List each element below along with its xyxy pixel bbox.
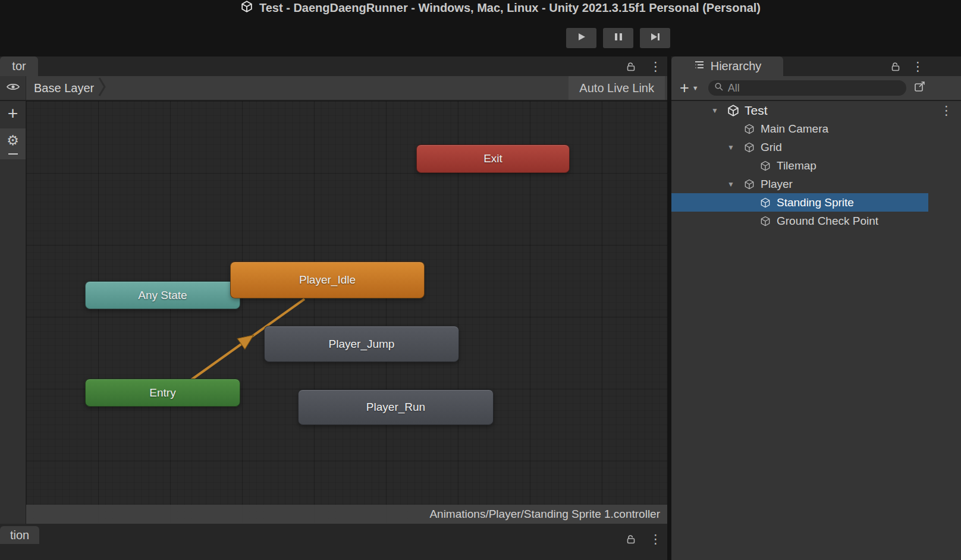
tree-row-player[interactable]: ▼ Player: [671, 175, 961, 193]
state-node-exit[interactable]: Exit: [416, 144, 570, 173]
bottom-panel-tabstrip: tion ⋮: [0, 524, 667, 560]
hierarchy-panel: Hierarchy ⋮ + ▼ ▼: [671, 56, 961, 560]
controller-path-text: Animations/Player/Standing Sprite 1.cont…: [429, 508, 660, 521]
settings-tool-block: ⚙: [0, 128, 26, 159]
breadcrumb-base-layer[interactable]: Base Layer: [34, 81, 94, 95]
step-forward-icon: [650, 32, 661, 44]
tab-animator-label: tor: [12, 59, 26, 73]
visibility-toggle[interactable]: [0, 76, 26, 100]
play-icon: [577, 32, 586, 44]
play-button[interactable]: [566, 28, 596, 48]
animator-panel: tor ⋮ Base Layer Auto Live Link + ⚙: [0, 56, 667, 560]
tree-row-label: Grid: [761, 141, 782, 154]
kebab-menu-icon[interactable]: ⋮: [649, 533, 662, 545]
add-layer-button[interactable]: +: [0, 101, 26, 126]
hierarchy-tree: ▼ Test ⋮ Main Camera ▼ Grid: [671, 101, 961, 560]
tab-animation[interactable]: tion: [0, 526, 39, 544]
tree-row-label: Main Camera: [761, 122, 828, 136]
window-title-text: Test - DaengDaengRunner - Windows, Mac, …: [259, 1, 761, 15]
tree-row-label: Tilemap: [777, 159, 816, 172]
controller-path-statusbar: Animations/Player/Standing Sprite 1.cont…: [26, 505, 667, 524]
tree-row-label: Standing Sprite: [777, 196, 854, 209]
animator-graph-canvas[interactable]: Any State Exit Player_Idle Player_Jump E…: [26, 101, 667, 524]
minus-icon: [8, 153, 18, 155]
kebab-menu-icon[interactable]: ⋮: [649, 60, 662, 73]
window-title: Test - DaengDaengRunner - Windows, Mac, …: [240, 0, 761, 15]
pause-icon: [614, 32, 623, 44]
search-input[interactable]: [728, 82, 900, 95]
gear-icon[interactable]: ⚙: [0, 134, 26, 147]
tree-row-tilemap[interactable]: Tilemap: [671, 156, 961, 175]
unity-logo-icon: [240, 0, 253, 15]
gameobject-cube-icon: [759, 196, 772, 209]
tree-row-label: Ground Check Point: [777, 215, 878, 228]
gameobject-cube-icon: [743, 141, 756, 154]
transition-arrow[interactable]: [26, 101, 667, 524]
state-node-player-idle[interactable]: Player_Idle: [230, 262, 425, 298]
hierarchy-tabstrip: Hierarchy ⋮: [671, 56, 961, 76]
lock-icon[interactable]: [626, 534, 636, 547]
state-node-any-state[interactable]: Any State: [85, 281, 240, 309]
pause-button[interactable]: [603, 28, 633, 48]
animator-side-rail: + ⚙: [0, 101, 26, 560]
kebab-menu-icon[interactable]: ⋮: [940, 104, 953, 117]
tree-row-ground-check-point[interactable]: Ground Check Point: [671, 212, 961, 230]
hierarchy-search-box[interactable]: [708, 80, 906, 96]
plus-icon: +: [680, 80, 689, 96]
dropdown-caret-icon: ▼: [692, 84, 699, 92]
tree-row-standing-sprite[interactable]: Standing Sprite: [671, 193, 928, 212]
tree-row-label: Test: [745, 103, 768, 118]
auto-live-link-button[interactable]: Auto Live Link: [569, 76, 665, 100]
foldout-arrow-icon[interactable]: ▼: [727, 180, 743, 188]
hierarchy-list-icon: [693, 59, 705, 74]
unity-scene-icon: [727, 104, 740, 117]
gameobject-cube-icon: [743, 122, 756, 136]
tab-animation-label: tion: [10, 528, 29, 542]
lock-icon[interactable]: [626, 61, 636, 74]
foldout-arrow-icon[interactable]: ▼: [727, 143, 743, 152]
kebab-menu-icon[interactable]: ⋮: [912, 60, 924, 73]
tab-hierarchy[interactable]: Hierarchy: [671, 56, 783, 76]
plus-icon: +: [8, 105, 18, 122]
state-node-entry[interactable]: Entry: [85, 379, 240, 407]
play-controls: [566, 28, 670, 48]
create-object-button[interactable]: + ▼: [677, 80, 701, 96]
hierarchy-toolbar: + ▼: [671, 76, 961, 101]
breadcrumb-chevron-icon: [98, 75, 107, 101]
search-icon: [714, 82, 724, 94]
unity-editor-window: Test - DaengDaengRunner - Windows, Mac, …: [0, 0, 961, 560]
gameobject-cube-icon: [759, 215, 772, 228]
state-node-player-run[interactable]: Player_Run: [298, 389, 494, 425]
state-node-player-jump[interactable]: Player_Jump: [264, 326, 459, 362]
tree-row-main-camera[interactable]: Main Camera: [671, 119, 961, 138]
tab-hierarchy-label: Hierarchy: [711, 59, 762, 73]
title-toolbar-area: Test - DaengDaengRunner - Windows, Mac, …: [0, 0, 961, 56]
step-button[interactable]: [640, 28, 670, 48]
foldout-arrow-icon[interactable]: ▼: [711, 106, 727, 115]
gameobject-cube-icon: [743, 178, 756, 191]
tab-animator[interactable]: tor: [0, 56, 38, 76]
eye-icon: [6, 82, 20, 94]
tree-row-test[interactable]: ▼ Test ⋮: [671, 101, 961, 119]
tree-row-label: Player: [761, 178, 793, 191]
tree-row-grid[interactable]: ▼ Grid: [671, 138, 961, 156]
animator-tabstrip: tor ⋮: [0, 56, 667, 76]
expand-window-icon[interactable]: [913, 80, 927, 96]
animator-breadcrumb-bar: Base Layer Auto Live Link: [0, 76, 667, 101]
gameobject-cube-icon: [759, 159, 772, 172]
lock-icon[interactable]: [890, 61, 901, 74]
